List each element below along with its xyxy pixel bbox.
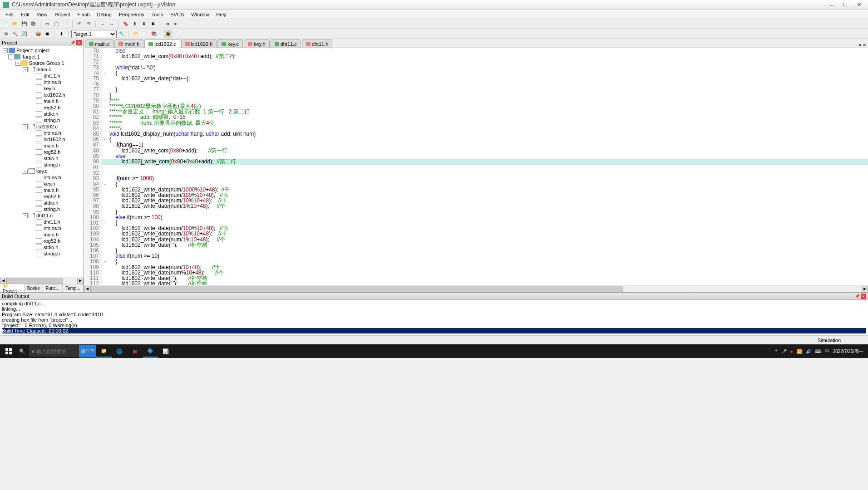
build-line[interactable]: Build Time Elapsed: 00:00:02	[2, 328, 866, 333]
explorer-app[interactable]: 📁	[96, 345, 112, 358]
build-line[interactable]: compiling dht11.c...	[2, 301, 866, 306]
fold-icon[interactable]	[102, 203, 108, 209]
menu-file[interactable]: File	[2, 11, 17, 18]
fold-icon[interactable]	[102, 87, 108, 92]
fold-icon[interactable]	[102, 54, 108, 59]
code-line[interactable]: 74- {	[84, 70, 868, 76]
stop-build-button[interactable]: ⏹	[43, 30, 51, 38]
editor-hscroll[interactable]: ◀ ▶	[84, 285, 868, 292]
tree-node[interactable]: stdio.h	[1, 111, 83, 117]
save-all-button[interactable]: 📚	[29, 20, 37, 28]
tree-node[interactable]: −Source Group 1	[1, 60, 83, 66]
fold-icon[interactable]	[102, 120, 108, 126]
code-line[interactable]: 112 lcd1602_write_date(' '); //补空格	[84, 281, 868, 285]
pin-icon[interactable]: 📌	[855, 294, 860, 299]
code-line[interactable]: 72	[84, 59, 868, 64]
fold-icon[interactable]	[102, 126, 108, 131]
taskbar-search[interactable]: e	[29, 345, 79, 357]
file-tab[interactable]: dht11.h	[302, 39, 333, 48]
close-button[interactable]: ✕	[853, 1, 865, 9]
code-line[interactable]: 77 }	[84, 87, 868, 92]
scroll-thumb[interactable]	[6, 278, 63, 284]
fold-icon[interactable]	[102, 192, 108, 198]
target-select[interactable]: Target 1	[71, 30, 117, 38]
tree-node[interactable]: reg52.h	[1, 193, 83, 200]
translate-button[interactable]: ⚙	[2, 30, 10, 38]
tree-node[interactable]: main.h	[1, 142, 83, 149]
tree-node[interactable]: main.h	[1, 98, 83, 104]
menu-window[interactable]: Window	[187, 11, 212, 18]
code-line[interactable]: 92	[84, 170, 868, 176]
bookmark-button[interactable]: 🔖	[122, 20, 130, 28]
uvision-app[interactable]: 🔷	[143, 345, 158, 358]
tree-node[interactable]: string.h	[1, 206, 83, 212]
menu-view[interactable]: View	[33, 11, 51, 18]
new-button[interactable]: 📄	[2, 20, 10, 28]
copy-button[interactable]: 📋	[52, 20, 60, 28]
scroll-left-icon[interactable]: ◀	[84, 286, 90, 292]
fold-icon[interactable]	[102, 109, 108, 114]
rebuild-button[interactable]: 🔄	[20, 30, 28, 38]
fold-icon[interactable]	[102, 93, 108, 98]
fold-icon[interactable]: -	[102, 181, 108, 187]
code-line[interactable]: 106 }	[84, 248, 868, 253]
tree-node[interactable]: intrins.h	[1, 130, 83, 136]
build-line[interactable]: creating hex file from "project"...	[2, 317, 866, 323]
fold-icon[interactable]	[102, 225, 108, 231]
bookmark-next-button[interactable]: ⬇	[140, 20, 148, 28]
code-line[interactable]: 109 lcd1602_write_date(num/10+48); //十	[84, 265, 868, 270]
tree-node[interactable]: main.h	[1, 187, 83, 193]
fold-icon[interactable]	[102, 59, 108, 64]
code-editor[interactable]: 70 else71 lcd1602_write_com(0x80+0x40+ad…	[84, 48, 868, 285]
batch-build-button[interactable]: 📦	[34, 30, 42, 38]
fold-icon[interactable]	[102, 237, 108, 242]
search-input[interactable]	[36, 348, 73, 354]
file-ext-button[interactable]: 📄	[141, 30, 149, 38]
expand-icon[interactable]: −	[23, 67, 28, 72]
expand-icon[interactable]: −	[23, 213, 28, 218]
file-tab[interactable]: lcd1602.h	[181, 39, 217, 48]
panel-tab-project[interactable]: 📁 Project	[0, 284, 25, 292]
fold-icon[interactable]	[102, 270, 108, 275]
code-line[interactable]: 93 if(num >= 1000)	[84, 176, 868, 181]
tree-node[interactable]: main.h	[1, 231, 83, 238]
build-line[interactable]: linking...	[2, 306, 866, 312]
fold-icon[interactable]	[102, 159, 108, 165]
fold-icon[interactable]	[102, 65, 108, 70]
search-app-button[interactable]: 搜一下	[79, 345, 96, 358]
manage-button[interactable]: 📁	[132, 30, 140, 38]
file-tab[interactable]: main.c	[85, 39, 113, 48]
tree-node[interactable]: −lcd1602.c	[1, 123, 83, 130]
indent-button[interactable]: ⇥	[163, 20, 171, 28]
code-line[interactable]: 81******参量定义： hang: 输入显示行数 1 第一行 2 第二行	[84, 109, 868, 114]
cut-button[interactable]: ✂	[43, 20, 51, 28]
fold-icon[interactable]	[102, 275, 108, 281]
fold-icon[interactable]	[102, 231, 108, 236]
fold-icon[interactable]	[102, 148, 108, 153]
fold-icon[interactable]	[102, 265, 108, 270]
open-button[interactable]: 📂	[11, 20, 19, 28]
fold-icon[interactable]	[102, 142, 108, 147]
build-line[interactable]: Program Size: data=61.4 xdata=0 code=341…	[2, 312, 866, 317]
file-tab[interactable]: dht11.c	[271, 39, 301, 48]
code-line[interactable]: 73 while(*dat != '\0')	[84, 65, 868, 70]
scroll-left-icon[interactable]: ◀	[0, 278, 6, 284]
fold-icon[interactable]	[102, 114, 108, 120]
browser-app[interactable]: 🌐	[112, 345, 127, 358]
tree-node[interactable]: −main.c	[1, 66, 83, 73]
code-line[interactable]: 86-{	[84, 137, 868, 142]
tree-node[interactable]: −dht11.c	[1, 212, 83, 219]
code-line[interactable]: 83****** num: 所要显示的数据, 最大4位	[84, 120, 868, 126]
code-line[interactable]: 75 lcd1602_write_date(*dat++);	[84, 76, 868, 81]
taskbar-clock[interactable]: 2022/7/25/周一	[833, 349, 863, 354]
file-tab[interactable]: main.h	[114, 39, 143, 48]
tree-node[interactable]: string.h	[1, 162, 83, 168]
tree-node[interactable]: reg52.h	[1, 149, 83, 155]
save-button[interactable]: 💾	[20, 20, 28, 28]
expand-icon[interactable]: −	[8, 54, 13, 59]
menu-edit[interactable]: Edit	[17, 11, 33, 18]
redo-button[interactable]: ↷	[84, 20, 93, 28]
fold-icon[interactable]	[102, 153, 108, 159]
fold-icon[interactable]: -	[102, 259, 108, 264]
code-line[interactable]: 99 }	[84, 209, 868, 215]
